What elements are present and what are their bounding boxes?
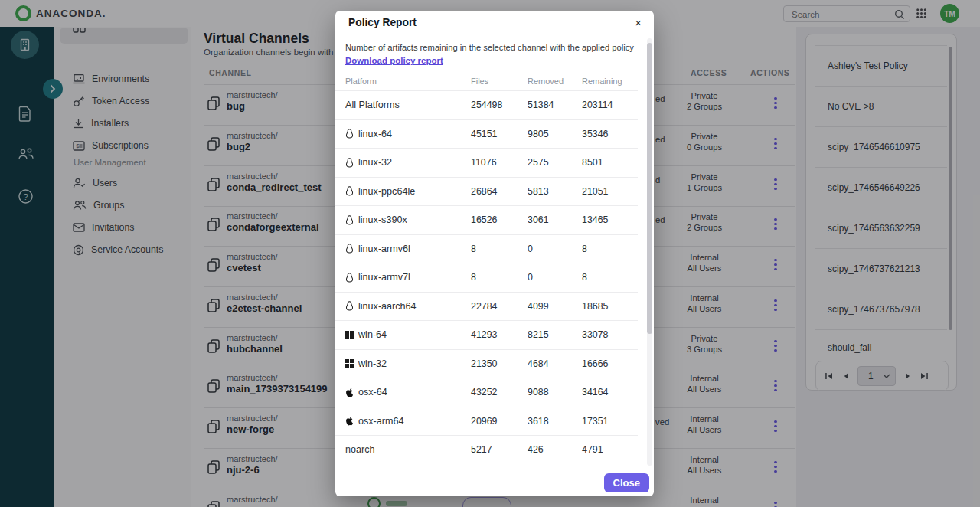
removed-value: 9088 xyxy=(528,387,582,397)
files-value: 43252 xyxy=(471,387,528,397)
table-row: linux-s390x 16526 3061 13465 xyxy=(335,205,638,234)
removed-value: 3061 xyxy=(528,214,582,225)
remaining-value: 13465 xyxy=(582,214,638,225)
table-row: linux-aarch64 22784 4099 18685 xyxy=(335,292,638,321)
table-row: linux-32 11076 2575 8501 xyxy=(335,148,638,177)
modal-header-divider xyxy=(335,34,654,34)
column-header-platform: Platform xyxy=(345,77,471,86)
platform-name: noarch xyxy=(345,444,375,455)
remaining-value: 33078 xyxy=(582,329,638,340)
table-row: osx-64 43252 9088 34164 xyxy=(335,378,638,407)
apple-icon xyxy=(345,416,354,426)
removed-value: 0 xyxy=(528,272,582,283)
windows-icon xyxy=(345,331,354,339)
linux-icon xyxy=(345,301,354,311)
remaining-value: 16666 xyxy=(582,358,638,369)
platform-name: linux-armv7l xyxy=(358,272,410,283)
remaining-value: 4791 xyxy=(582,444,638,455)
remaining-value: 8 xyxy=(582,244,638,254)
policy-report-modal: Policy Report × Number of artifacts rema… xyxy=(335,11,654,496)
platform-name: linux-ppc64le xyxy=(358,186,415,197)
files-value: 41293 xyxy=(471,329,528,340)
linux-icon xyxy=(345,158,354,168)
remaining-value: 203114 xyxy=(582,100,638,110)
removed-value: 8215 xyxy=(528,329,582,340)
close-icon[interactable]: × xyxy=(635,16,642,29)
remaining-value: 35346 xyxy=(582,129,638,139)
platform-name: linux-64 xyxy=(358,129,392,139)
platform-name: win-32 xyxy=(358,358,387,369)
modal-scrollbar-thumb[interactable] xyxy=(647,43,652,334)
column-header-files: Files xyxy=(471,77,528,86)
table-row: osx-arm64 20969 3618 17351 xyxy=(335,407,638,436)
platform-name: osx-64 xyxy=(358,387,387,397)
table-row: linux-armv6l 8 0 8 xyxy=(335,234,638,263)
table-row: win-32 21350 4684 16666 xyxy=(335,349,638,378)
modal-footer-divider xyxy=(335,469,654,469)
column-header-removed: Removed xyxy=(528,77,582,86)
table-row: linux-armv7l 8 0 8 xyxy=(335,263,638,292)
files-value: 16526 xyxy=(471,214,528,225)
files-value: 8 xyxy=(471,244,528,254)
apple-icon xyxy=(345,388,354,397)
removed-value: 0 xyxy=(528,244,582,254)
platform-name: linux-armv6l xyxy=(358,244,410,254)
removed-value: 426 xyxy=(528,444,582,455)
files-value: 254498 xyxy=(471,100,528,110)
linux-icon xyxy=(345,186,354,196)
linux-icon xyxy=(345,244,354,254)
platform-name: All Platforms xyxy=(345,100,400,110)
linux-icon xyxy=(345,215,354,225)
files-value: 22784 xyxy=(471,301,528,312)
report-table: All Platforms 254498 51384 203114 linux-… xyxy=(335,90,638,464)
removed-value: 51384 xyxy=(528,100,582,110)
platform-name: osx-arm64 xyxy=(358,416,404,427)
removed-value: 3618 xyxy=(528,416,582,427)
remaining-value: 8 xyxy=(582,272,638,283)
remaining-value: 34164 xyxy=(582,387,638,397)
table-row: linux-64 45151 9805 35346 xyxy=(335,119,638,149)
table-row: linux-ppc64le 26864 5813 21051 xyxy=(335,177,638,206)
removed-value: 5813 xyxy=(528,186,582,197)
windows-icon xyxy=(345,359,354,368)
linux-icon xyxy=(345,273,354,283)
table-row: win-64 41293 8215 33078 xyxy=(335,320,638,349)
files-value: 26864 xyxy=(471,186,528,197)
download-policy-report-link[interactable]: Download policy report xyxy=(345,56,443,65)
linux-icon xyxy=(345,129,354,139)
removed-value: 9805 xyxy=(528,129,582,139)
modal-description: Number of artifacts remaining in the sel… xyxy=(345,43,634,52)
files-value: 5217 xyxy=(471,444,528,455)
modal-title: Policy Report xyxy=(348,17,416,28)
column-header-remaining: Remaining xyxy=(582,77,638,86)
files-value: 45151 xyxy=(471,129,528,139)
files-value: 20969 xyxy=(471,416,528,427)
platform-name: win-64 xyxy=(358,329,387,340)
table-row: noarch 5217 426 4791 xyxy=(335,435,638,464)
platform-name: linux-32 xyxy=(358,157,392,168)
removed-value: 2575 xyxy=(528,157,582,168)
platform-name: linux-aarch64 xyxy=(358,301,416,312)
files-value: 11076 xyxy=(471,157,528,168)
remaining-value: 21051 xyxy=(582,186,638,197)
remaining-value: 8501 xyxy=(582,157,638,168)
report-table-header: Platform Files Removed Remaining xyxy=(335,77,638,86)
modal-scrollbar[interactable] xyxy=(647,38,652,466)
close-button[interactable]: Close xyxy=(604,473,649,492)
remaining-value: 18685 xyxy=(582,301,638,312)
removed-value: 4099 xyxy=(528,301,582,312)
remaining-value: 17351 xyxy=(582,416,638,427)
files-value: 8 xyxy=(471,272,528,283)
table-row: All Platforms 254498 51384 203114 xyxy=(335,90,638,119)
removed-value: 4684 xyxy=(528,358,582,369)
files-value: 21350 xyxy=(471,358,528,369)
platform-name: linux-s390x xyxy=(358,214,407,225)
